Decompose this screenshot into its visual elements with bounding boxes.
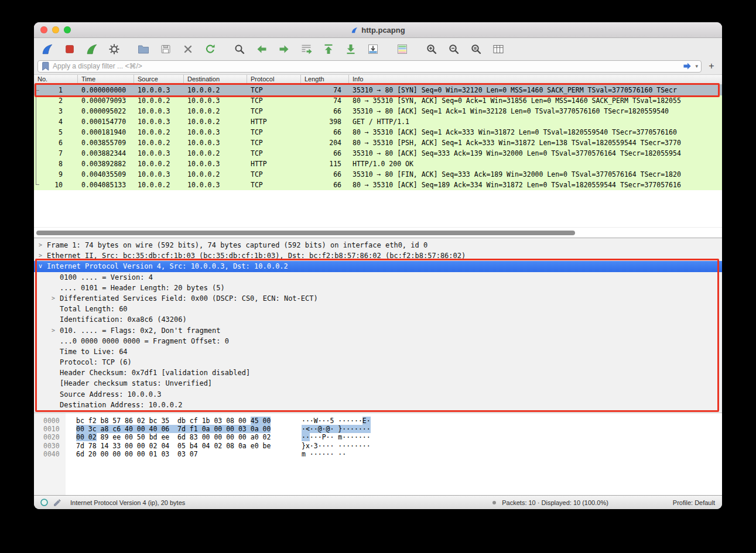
capture-comment-button[interactable] xyxy=(53,498,61,507)
go-to-last-packet-button[interactable] xyxy=(342,41,360,57)
hex-bytes[interactable]: 6d 20 00 00 00 00 01 03 03 07 xyxy=(76,450,278,458)
expander-icon[interactable]: > xyxy=(52,293,60,304)
detail-line[interactable]: > 010. .... = Flags: 0x2, Don't fragment xyxy=(34,325,722,336)
zoom-window-button[interactable] xyxy=(64,26,71,33)
detail-line[interactable]: > Ethernet II, Src: bc:35:db:cf:1b:03 (b… xyxy=(34,250,722,261)
packet-row[interactable]: 1 0.000000000 10.0.0.3 10.0.0.2 TCP 74 3… xyxy=(34,85,722,95)
expander-icon[interactable]: > xyxy=(39,250,47,261)
go-back-button[interactable] xyxy=(253,41,271,57)
hex-bytes[interactable]: 00 02 89 ee 00 50 bd ee 6d 83 00 00 00 0… xyxy=(76,433,278,441)
detail-line[interactable]: v Internet Protocol Version 4, Src: 10.0… xyxy=(34,261,722,272)
detail-line[interactable]: Destination Address: 10.0.0.2 xyxy=(34,400,722,410)
detail-line[interactable]: > Differentiated Services Field: 0x00 (D… xyxy=(34,293,722,304)
detail-line[interactable]: Protocol: TCP (6) xyxy=(34,357,722,367)
save-file-button[interactable] xyxy=(157,41,175,57)
hex-bytes[interactable]: bc f2 b8 57 86 02 bc 35 db cf 1b 03 08 0… xyxy=(76,417,278,425)
go-to-packet-button[interactable] xyxy=(297,41,315,57)
ascii-bytes[interactable]: m ······ ·· xyxy=(302,450,346,458)
expander-icon[interactable] xyxy=(52,304,60,314)
colorize-packets-button[interactable] xyxy=(394,41,411,57)
auto-scroll-button[interactable] xyxy=(364,41,382,57)
detail-line[interactable]: Total Length: 60 xyxy=(34,304,722,314)
detail-line-text: ...0 0000 0000 0000 = Fragment Offset: 0 xyxy=(60,336,229,346)
display-filter-input[interactable] xyxy=(53,62,682,70)
detail-line[interactable]: Header Checksum: 0x7df1 [validation disa… xyxy=(34,367,722,378)
go-forward-button[interactable] xyxy=(275,41,293,57)
hex-bytes[interactable]: 7d 78 14 33 00 00 02 04 05 b4 04 02 08 0… xyxy=(76,442,278,450)
stop-capture-button[interactable] xyxy=(61,41,78,57)
column-header-destination[interactable]: Destination xyxy=(184,75,247,84)
expander-icon[interactable]: > xyxy=(39,240,47,250)
column-header-protocol[interactable]: Protocol xyxy=(247,75,301,84)
go-to-first-packet-button[interactable] xyxy=(320,41,337,57)
detail-line[interactable]: [Header checksum status: Unverified] xyxy=(34,378,722,389)
ascii-bytes[interactable]: ···W···5 ······E· xyxy=(302,417,371,425)
column-header-length[interactable]: Length xyxy=(301,75,349,84)
packet-row[interactable]: 7 0.003882344 10.0.0.3 10.0.0.2 TCP 66 3… xyxy=(34,148,722,159)
apply-filter-icon[interactable] xyxy=(682,61,693,71)
find-packet-button[interactable] xyxy=(231,41,248,57)
packet-row[interactable]: 3 0.000095022 10.0.0.3 10.0.0.2 TCP 66 3… xyxy=(34,106,722,116)
detail-line[interactable]: 0100 .... = Version: 4 xyxy=(34,272,722,283)
ascii-bytes[interactable]: }x·3···· ········ xyxy=(302,442,371,450)
hex-row[interactable]: 0000 bc f2 b8 57 86 02 bc 35 db cf 1b 03… xyxy=(34,417,722,425)
add-filter-button[interactable]: + xyxy=(707,61,716,71)
open-file-button[interactable] xyxy=(135,41,152,57)
resize-columns-button[interactable] xyxy=(490,41,507,57)
expert-info-button[interactable] xyxy=(40,498,49,507)
hex-row[interactable]: 0010 00 3c a8 c6 40 00 40 06 7d f1 0a 00… xyxy=(34,425,722,433)
zoom-in-button[interactable] xyxy=(423,41,440,57)
detail-line[interactable]: ...0 0000 0000 0000 = Fragment Offset: 0 xyxy=(34,336,722,346)
packet-list-hscrollbar[interactable] xyxy=(34,227,722,238)
expander-icon[interactable] xyxy=(52,400,60,410)
display-filter-field[interactable]: ▾ xyxy=(37,60,702,73)
column-header-source[interactable]: Source xyxy=(134,75,184,84)
detail-line[interactable]: > Frame 1: 74 bytes on wire (592 bits), … xyxy=(34,240,722,250)
detail-line[interactable]: Time to Live: 64 xyxy=(34,346,722,357)
filter-bookmark-icon[interactable] xyxy=(41,61,50,71)
expander-icon[interactable]: > xyxy=(52,325,60,336)
hscrollbar-thumb[interactable] xyxy=(36,231,575,235)
hex-row[interactable]: 0030 7d 78 14 33 00 00 02 04 05 b4 04 02… xyxy=(34,442,722,450)
minimize-window-button[interactable] xyxy=(52,26,59,33)
detail-line[interactable]: Identification: 0xa8c6 (43206) xyxy=(34,314,722,325)
reload-file-button[interactable] xyxy=(201,41,219,57)
hex-row[interactable]: 0020 00 02 89 ee 00 50 bd ee 6d 83 00 00… xyxy=(34,433,722,441)
expander-icon[interactable] xyxy=(52,272,60,283)
expander-icon[interactable] xyxy=(52,336,60,346)
hex-row[interactable]: 0040 6d 20 00 00 00 00 01 03 03 07 m ···… xyxy=(34,450,722,458)
close-window-button[interactable] xyxy=(40,26,47,33)
zoom-out-button[interactable] xyxy=(445,41,463,57)
packet-row[interactable]: 9 0.004035509 10.0.0.3 10.0.0.2 TCP 66 3… xyxy=(34,169,722,180)
expander-icon[interactable] xyxy=(52,357,60,367)
packet-row[interactable]: 6 0.003855709 10.0.0.2 10.0.0.3 TCP 204 … xyxy=(34,138,722,148)
column-header-time[interactable]: Time xyxy=(78,75,134,84)
capture-options-button[interactable] xyxy=(105,41,123,57)
packet-row[interactable]: 2 0.000079093 10.0.0.2 10.0.0.3 TCP 74 8… xyxy=(34,95,722,106)
packet-row[interactable]: 10 0.004085133 10.0.0.2 10.0.0.3 TCP 66 … xyxy=(34,180,722,190)
expander-icon[interactable] xyxy=(52,389,60,400)
column-header-info[interactable]: Info xyxy=(349,75,722,84)
packet-row[interactable]: 5 0.000181940 10.0.0.2 10.0.0.3 TCP 66 8… xyxy=(34,127,722,138)
title-bar[interactable]: http.pcapng xyxy=(34,22,722,38)
ascii-bytes[interactable]: ·····P·· m······· xyxy=(302,433,371,441)
zoom-reset-button[interactable] xyxy=(467,41,485,57)
expander-icon[interactable] xyxy=(52,346,60,357)
close-file-button[interactable] xyxy=(179,41,197,57)
packet-row[interactable]: 8 0.003892882 10.0.0.2 10.0.0.3 HTTP 115… xyxy=(34,159,722,169)
expander-icon[interactable] xyxy=(52,378,60,389)
expander-icon[interactable] xyxy=(52,367,60,378)
restart-capture-button[interactable] xyxy=(83,41,101,57)
profile-status[interactable]: Profile: Default xyxy=(673,499,715,506)
packet-row[interactable]: 4 0.000154770 10.0.0.3 10.0.0.2 HTTP 398… xyxy=(34,116,722,127)
detail-line[interactable]: Source Address: 10.0.0.3 xyxy=(34,389,722,400)
expander-icon[interactable] xyxy=(52,314,60,325)
expander-icon[interactable]: v xyxy=(39,261,47,272)
expander-icon[interactable] xyxy=(52,283,60,293)
hex-bytes[interactable]: 00 3c a8 c6 40 00 40 06 7d f1 0a 00 00 0… xyxy=(76,425,278,433)
column-header-no[interactable]: No. xyxy=(34,75,78,84)
filter-dropdown-caret-icon[interactable]: ▾ xyxy=(695,63,698,69)
ascii-bytes[interactable]: ·<··@·@· }······· xyxy=(302,425,371,433)
detail-line[interactable]: .... 0101 = Header Length: 20 bytes (5) xyxy=(34,283,722,293)
start-capture-button[interactable] xyxy=(39,41,56,57)
